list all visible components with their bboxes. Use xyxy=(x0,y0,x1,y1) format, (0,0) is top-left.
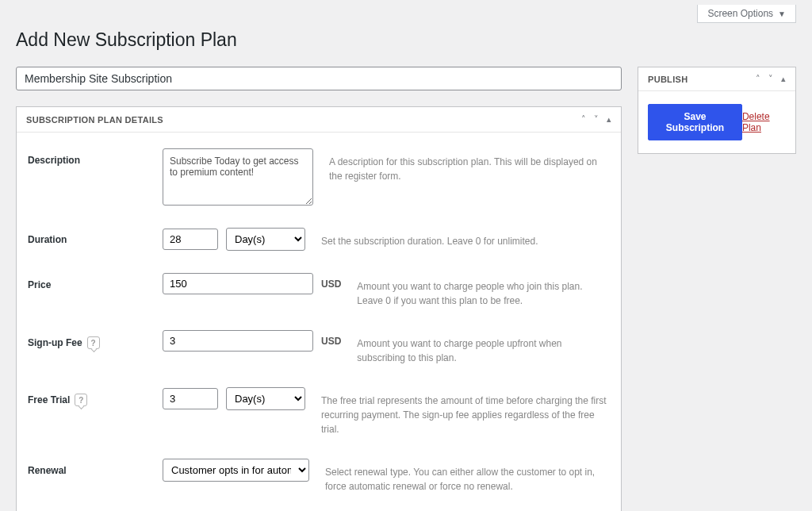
help-tooltip-icon[interactable]: ? xyxy=(87,336,100,349)
description-textarea[interactable] xyxy=(163,148,313,206)
renewal-select[interactable]: Customer opts in for automatic renewal xyxy=(163,459,309,482)
plan-title-input[interactable] xyxy=(16,67,622,90)
chevron-down-icon[interactable]: ˅ xyxy=(768,74,773,84)
page-title: Add New Subscription Plan xyxy=(16,29,796,51)
price-help: Amount you want to charge people who joi… xyxy=(341,273,610,308)
caret-up-icon[interactable]: ▴ xyxy=(607,114,611,125)
free-trial-help: The free trial represents the amount of … xyxy=(305,387,610,436)
description-help: A description for this subscription plan… xyxy=(313,148,610,183)
screen-options-label: Screen Options xyxy=(707,8,773,19)
chevron-up-icon[interactable]: ˄ xyxy=(756,74,760,84)
free-trial-input[interactable] xyxy=(163,388,218,409)
screen-options-toggle[interactable]: Screen Options ▼ xyxy=(697,5,796,23)
duration-unit-select[interactable]: Day(s) xyxy=(226,228,305,251)
save-subscription-button[interactable]: Save Subscription xyxy=(648,104,742,140)
signup-fee-help: Amount you want to charge people upfront… xyxy=(341,330,610,365)
price-input[interactable] xyxy=(163,273,313,294)
details-header: SUBSCRIPTION PLAN DETAILS ˄ ˅ ▴ xyxy=(17,107,621,133)
duration-input[interactable] xyxy=(163,229,218,250)
description-label: Description xyxy=(28,148,163,166)
duration-label: Duration xyxy=(28,228,163,245)
delete-plan-link[interactable]: Delete Plan xyxy=(742,111,786,133)
renewal-help: Select renewal type. You can either allo… xyxy=(309,459,610,494)
free-trial-label: Free Trial xyxy=(28,394,70,405)
price-label: Price xyxy=(28,273,163,290)
chevron-down-icon[interactable]: ˅ xyxy=(594,114,599,125)
publish-postbox: PUBLISH ˄ ˅ ▴ Save Subscription Delete P… xyxy=(638,67,796,154)
free-trial-unit-select[interactable]: Day(s) xyxy=(226,387,305,410)
publish-header: PUBLISH ˄ ˅ ▴ xyxy=(638,67,795,91)
chevron-up-icon[interactable]: ˄ xyxy=(581,114,586,125)
publish-heading: PUBLISH xyxy=(648,75,688,84)
details-heading: SUBSCRIPTION PLAN DETAILS xyxy=(26,115,163,125)
caret-up-icon[interactable]: ▴ xyxy=(781,74,786,84)
duration-help: Set the subscription duration. Leave 0 f… xyxy=(305,228,610,248)
signup-fee-currency: USD xyxy=(321,336,341,347)
details-postbox: SUBSCRIPTION PLAN DETAILS ˄ ˅ ▴ Descript… xyxy=(16,106,622,511)
renewal-label: Renewal xyxy=(28,459,163,476)
help-tooltip-icon[interactable]: ? xyxy=(75,394,87,406)
chevron-down-icon: ▼ xyxy=(778,10,786,18)
signup-fee-input[interactable] xyxy=(163,330,313,352)
price-currency: USD xyxy=(321,279,341,290)
signup-fee-label: Sign-up Fee xyxy=(28,337,82,348)
